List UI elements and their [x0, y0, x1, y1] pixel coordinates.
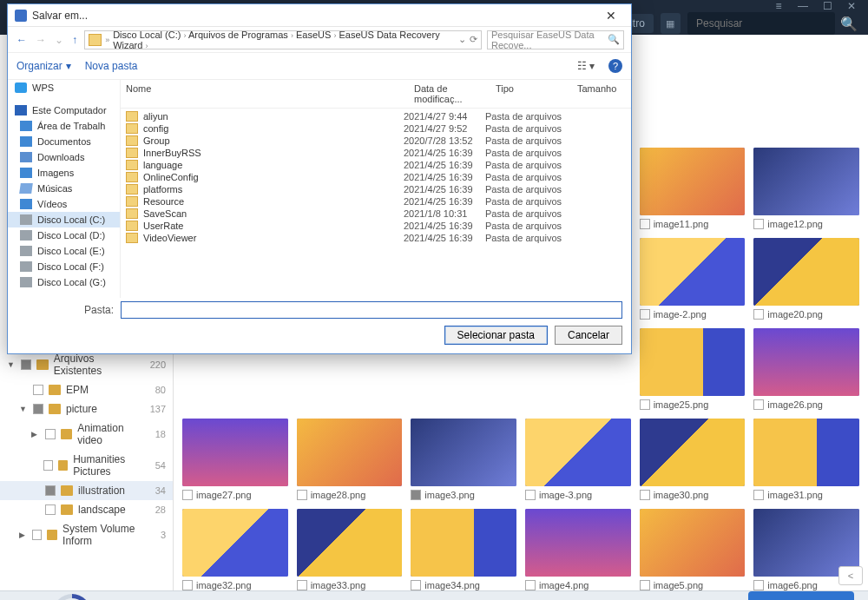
- sidebar-item[interactable]: Disco Local (F:): [8, 259, 120, 274]
- thumbnail-card[interactable]: image32.png: [182, 509, 288, 590]
- nav-recent-icon[interactable]: ⌄: [53, 34, 65, 46]
- checkbox[interactable]: [753, 219, 764, 229]
- thumbnail-card[interactable]: image33.png: [297, 509, 403, 590]
- tree-item[interactable]: ▶Animation video18: [0, 419, 173, 450]
- scroll-chevron-icon[interactable]: <: [838, 566, 863, 585]
- thumbnail-card[interactable]: image25.png: [640, 328, 746, 410]
- thumbnail-card[interactable]: image31.png: [753, 419, 859, 500]
- view-mode-icon[interactable]: ☷ ▾: [577, 60, 595, 72]
- tree-item[interactable]: illustration34: [0, 481, 173, 500]
- thumbnail-card[interactable]: image5.png: [640, 509, 746, 590]
- checkbox[interactable]: [753, 580, 764, 590]
- checkbox[interactable]: [640, 309, 650, 320]
- thumbnail-card[interactable]: image12.png: [753, 148, 859, 229]
- app-search-input[interactable]: [687, 12, 835, 35]
- tree-item[interactable]: ▼picture137: [0, 399, 173, 419]
- file-list: Nome Data de modificaç... Tipo Tamanho a…: [121, 80, 631, 298]
- list-row[interactable]: Group2020/7/28 13:52Pasta de arquivos: [121, 135, 631, 147]
- tree-item[interactable]: ▶System Volume Inform3: [0, 519, 173, 551]
- list-row[interactable]: UserRate2021/4/25 16:39Pasta de arquivos: [121, 220, 631, 232]
- breadcrumb-segment[interactable]: Arquivos de Programas: [188, 30, 288, 40]
- dialog-sidebar[interactable]: WPSEste ComputadorÁrea de TrabalhDocumen…: [8, 80, 121, 298]
- tree-item[interactable]: Humanities Pictures54: [0, 450, 173, 481]
- thumbnail-card[interactable]: image-2.png: [640, 238, 746, 320]
- dialog-search[interactable]: Pesquisar EaseUS Data Recove... 🔍: [487, 30, 624, 49]
- thumbnail-card[interactable]: image28.png: [297, 419, 403, 500]
- list-row[interactable]: Resource2021/4/25 16:39Pasta de arquivos: [121, 195, 631, 208]
- checkbox[interactable]: [640, 580, 650, 590]
- folder-icon: [58, 460, 69, 471]
- thumbnail-card[interactable]: image27.png: [182, 419, 288, 500]
- checkbox[interactable]: [640, 219, 650, 229]
- list-row[interactable]: language2021/4/25 16:39Pasta de arquivos: [121, 159, 631, 171]
- list-row[interactable]: VideoViewer2021/4/25 16:39Pasta de arqui…: [121, 232, 631, 244]
- select-folder-button[interactable]: Selecionar pasta: [444, 326, 548, 345]
- nav-forward-icon[interactable]: →: [34, 34, 48, 46]
- search-icon[interactable]: 🔍: [840, 16, 858, 32]
- checkbox[interactable]: [525, 490, 536, 500]
- checkbox[interactable]: [182, 580, 193, 590]
- folder-input[interactable]: [121, 301, 622, 319]
- checkbox[interactable]: [411, 580, 421, 590]
- checkbox[interactable]: [753, 309, 764, 320]
- checkbox[interactable]: [525, 580, 536, 590]
- list-row[interactable]: SaveScan2021/1/8 10:31Pasta de arquivos: [121, 208, 631, 220]
- thumbnail-card[interactable]: image3.png: [411, 419, 516, 500]
- window-minimize-icon[interactable]: —: [797, 0, 809, 12]
- thumbnail-card[interactable]: image26.png: [753, 328, 859, 410]
- window-close-icon[interactable]: ✕: [845, 0, 858, 12]
- sidebar-item[interactable]: Área de Trabalh: [8, 118, 120, 134]
- sidebar-item[interactable]: Disco Local (G:): [8, 274, 120, 290]
- thumbnail-card[interactable]: image20.png: [753, 238, 859, 320]
- grid-view-icon[interactable]: ▦: [661, 13, 681, 34]
- cancel-button[interactable]: Cancelar: [555, 326, 622, 345]
- tree-item[interactable]: landscape28: [0, 500, 173, 519]
- sidebar-item[interactable]: Imagens: [8, 165, 120, 181]
- breadcrumb-dropdown-icon[interactable]: ⌄: [458, 34, 466, 45]
- sidebar-item[interactable]: Disco Local (E:): [8, 243, 120, 259]
- refresh-icon[interactable]: ⟳: [470, 34, 477, 45]
- checkbox[interactable]: [297, 490, 307, 500]
- list-row[interactable]: aliyun2021/4/27 9:44Pasta de arquivos: [121, 110, 631, 122]
- breadcrumb-segment[interactable]: EaseUS: [296, 30, 331, 40]
- thumbnail-card[interactable]: image4.png: [525, 509, 631, 590]
- list-row[interactable]: platforms2021/4/25 16:39Pasta de arquivo…: [121, 183, 631, 195]
- checkbox[interactable]: [753, 399, 764, 410]
- sidebar-item[interactable]: Este Computador: [8, 102, 120, 118]
- recover-button[interactable]: ↻ Recuperar: [748, 591, 854, 600]
- list-header[interactable]: Nome Data de modificaç... Tipo Tamanho: [121, 80, 631, 109]
- close-icon[interactable]: ✕: [598, 9, 624, 23]
- checkbox[interactable]: [640, 399, 650, 410]
- thumbnail-card[interactable]: image30.png: [640, 419, 746, 500]
- checkbox[interactable]: [182, 490, 193, 500]
- organize-button[interactable]: Organizar▾: [16, 60, 71, 72]
- breadcrumb[interactable]: » Disco Local (C:) › Arquivos de Program…: [84, 30, 482, 49]
- checkbox[interactable]: [297, 580, 307, 590]
- sidebar-item[interactable]: Músicas: [8, 181, 120, 196]
- sidebar-item[interactable]: Documentos: [8, 134, 120, 149]
- checkbox[interactable]: [640, 490, 650, 500]
- new-folder-button[interactable]: Nova pasta: [85, 60, 138, 72]
- nav-back-icon[interactable]: ←: [15, 34, 29, 46]
- help-icon[interactable]: ?: [608, 59, 622, 73]
- list-row[interactable]: OnlineConfig2021/4/25 16:39Pasta de arqu…: [121, 171, 631, 183]
- checkbox[interactable]: [411, 490, 421, 500]
- breadcrumb-segment[interactable]: Disco Local (C:): [113, 30, 181, 40]
- search-icon[interactable]: 🔍: [608, 34, 620, 45]
- list-row[interactable]: InnerBuyRSS2021/4/25 16:39Pasta de arqui…: [121, 147, 631, 159]
- checkbox[interactable]: [753, 490, 764, 500]
- sidebar-item[interactable]: Disco Local (C:): [8, 212, 120, 227]
- list-row[interactable]: config2021/4/27 9:52Pasta de arquivos: [121, 122, 631, 135]
- window-maximize-icon[interactable]: ☐: [821, 0, 833, 12]
- sidebar-item[interactable]: Disco Local (D:): [8, 227, 120, 243]
- thumbnail-card[interactable]: image34.png: [411, 509, 516, 590]
- sidebar-item[interactable]: WPS: [8, 80, 120, 96]
- nav-up-icon[interactable]: ↑: [70, 34, 79, 46]
- window-menu-icon[interactable]: ≡: [773, 0, 785, 12]
- progress-ring: 52%: [53, 594, 91, 601]
- thumbnail-card[interactable]: image11.png: [640, 148, 746, 229]
- thumbnail-card[interactable]: image-3.png: [525, 419, 631, 500]
- sidebar-item[interactable]: Downloads: [8, 149, 120, 165]
- sidebar-item[interactable]: Vídeos: [8, 196, 120, 212]
- tree-item[interactable]: EPM80: [0, 380, 173, 399]
